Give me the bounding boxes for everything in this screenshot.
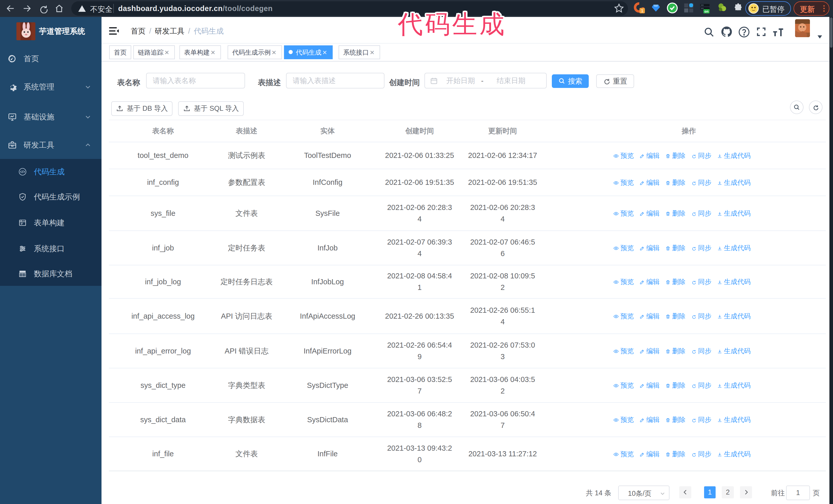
svg-text:on: on	[705, 9, 709, 13]
svg-text:1: 1	[641, 8, 644, 13]
